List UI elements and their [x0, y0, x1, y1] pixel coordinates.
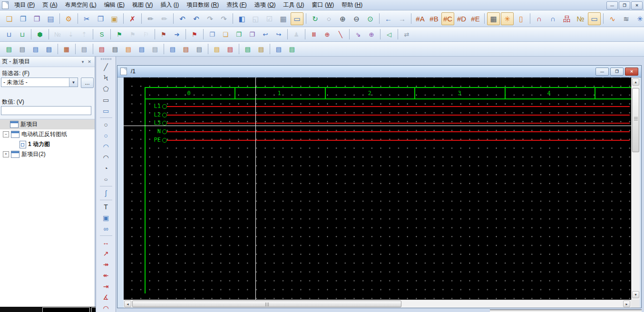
- tool-polyline-button[interactable]: Ϟ: [98, 73, 114, 83]
- tool-line-button[interactable]: ╱: [98, 62, 114, 72]
- zoom-100-button[interactable]: ⊙: [364, 12, 377, 25]
- menu-item-O[interactable]: 选项 (O): [251, 0, 280, 10]
- previous-page-button[interactable]: ↩: [259, 29, 272, 40]
- potential-lines-button[interactable]: Ⅲ: [308, 29, 320, 40]
- crosshair-vertical[interactable]: [255, 78, 256, 300]
- menu-item-U[interactable]: 工具 (U): [280, 0, 308, 10]
- docked-tab[interactable]: [91, 307, 96, 312]
- horizontal-scrollbar[interactable]: ◂ ▸: [124, 300, 631, 308]
- bookmark-flag-button[interactable]: ⚑: [157, 29, 170, 40]
- device-lock-button[interactable]: ▤: [29, 43, 42, 55]
- grid-d-button[interactable]: #D: [455, 12, 468, 25]
- parts-database-button[interactable]: ⊔: [16, 29, 29, 40]
- refresh-view-button[interactable]: ↻: [309, 12, 322, 25]
- value-input[interactable]: [1, 106, 91, 115]
- tool-text-button[interactable]: T: [98, 202, 114, 212]
- restore-button[interactable]: ❐: [610, 68, 624, 76]
- box-3d-navigator-button[interactable]: ▤: [273, 43, 285, 55]
- align-connections-button[interactable]: ⇄: [400, 29, 413, 40]
- menu-item-V[interactable]: 视图 (V): [128, 0, 156, 10]
- menu-item-I[interactable]: 插入 (I): [156, 0, 183, 10]
- tool-dim-aligned-button[interactable]: ↗: [98, 248, 114, 259]
- grid-e-button[interactable]: #E: [469, 12, 482, 25]
- object-snap-button[interactable]: ∩: [533, 12, 546, 25]
- undo-button[interactable]: ↶: [190, 12, 203, 25]
- redo-history-button[interactable]: ↷: [217, 12, 230, 25]
- scroll-up-icon[interactable]: ▴: [632, 78, 639, 86]
- tool-hyperlink-button[interactable]: ∞: [98, 224, 114, 234]
- toolbar-drag-handle[interactable]: [101, 58, 111, 60]
- paste-button[interactable]: ▣: [108, 12, 121, 25]
- vertical-scrollbar[interactable]: ▴ ▾: [631, 78, 640, 300]
- close-button[interactable]: ✕: [625, 68, 638, 76]
- menu-item-H[interactable]: 帮助 (H): [338, 0, 366, 10]
- tool-arc-3pt-button[interactable]: ◠: [98, 141, 114, 152]
- connection-point-button[interactable]: ⊕: [365, 29, 378, 40]
- menu-item-F[interactable]: 查找 (F): [223, 0, 251, 10]
- coordinate-input-button[interactable]: ▭: [588, 12, 601, 25]
- tree-expander-plus[interactable]: +: [3, 151, 9, 157]
- redo-button[interactable]: ↷: [204, 12, 216, 25]
- tree-item[interactable]: 新项目: [0, 119, 95, 129]
- horizontal-scroll-thumb[interactable]: [132, 301, 401, 307]
- parts-list-navigator-button[interactable]: ▤: [193, 43, 205, 55]
- tool-circle-button[interactable]: ○: [98, 119, 114, 130]
- synchronize-project-button[interactable]: S: [96, 29, 108, 40]
- settings-wrench-button[interactable]: ⚙: [62, 12, 75, 25]
- signal-flow-button[interactable]: ◁: [383, 29, 395, 40]
- tool-image-button[interactable]: ▣: [98, 213, 114, 223]
- window-arrange-button[interactable]: ◧: [235, 12, 248, 25]
- device-plug-button[interactable]: ▤: [43, 43, 55, 55]
- potential-break-button[interactable]: ╲: [334, 29, 347, 40]
- go-back-button[interactable]: ←: [382, 12, 395, 25]
- menu-item-R[interactable]: 项目数据 (R): [183, 0, 223, 10]
- drawing-area[interactable]: 01234L1L2L3NPE: [124, 78, 631, 300]
- page-template-button[interactable]: ❐: [233, 29, 245, 40]
- grid-b-button[interactable]: #B: [428, 12, 440, 25]
- new-page-button[interactable]: ❏: [219, 29, 232, 40]
- connection-arrow-button[interactable]: ⇘: [352, 29, 364, 40]
- device-list-button[interactable]: ▤: [16, 43, 29, 55]
- docked-tab[interactable]: [42, 307, 90, 312]
- new-page-button[interactable]: ❏: [3, 12, 16, 25]
- tree-item[interactable]: +新项目(2): [0, 149, 95, 159]
- tree-item[interactable]: −电动机正反转图纸: [0, 129, 95, 139]
- device-navigator-button[interactable]: ▤: [3, 43, 15, 55]
- minimize-button[interactable]: —: [595, 68, 609, 76]
- delete-selection-button[interactable]: ✗: [126, 12, 139, 25]
- filter-browse-button[interactable]: ...: [81, 78, 94, 88]
- transfer-navigator-button[interactable]: ▤: [149, 43, 161, 55]
- copy-button[interactable]: ❐: [94, 12, 107, 25]
- tool-dim-baseline-button[interactable]: ↞: [98, 270, 114, 281]
- design-frame-button[interactable]: ▯: [515, 12, 527, 25]
- completion-flag-button[interactable]: ⚑: [113, 29, 126, 40]
- tool-dim-linear-button[interactable]: ↔: [98, 237, 114, 248]
- tool-dim-chain-button[interactable]: ↠: [98, 259, 114, 270]
- cut-button[interactable]: ✂: [80, 12, 93, 25]
- menu-item-A[interactable]: 页 (A): [39, 0, 61, 10]
- filter-select[interactable]: - 未激活 - ▼: [1, 78, 78, 87]
- close-button[interactable]: ✕: [631, 1, 643, 10]
- grid-a-button[interactable]: #A: [414, 12, 427, 25]
- zoom-in-button[interactable]: ⊕: [336, 12, 349, 25]
- message-navigator-button[interactable]: ▤: [211, 43, 223, 55]
- remove-flag-button[interactable]: ⚑: [188, 29, 201, 40]
- drawing-window-titlebar[interactable]: /1 —❐✕: [117, 66, 641, 78]
- fluid-navigator-button[interactable]: ▤: [136, 43, 148, 55]
- print-button[interactable]: ▤: [44, 12, 57, 25]
- tree-expander-minus[interactable]: −: [3, 131, 9, 137]
- selection-navigator-button[interactable]: ▤: [224, 43, 236, 55]
- tool-polygon-button[interactable]: ⬠: [98, 84, 114, 94]
- panel-close-icon[interactable]: ✕: [86, 58, 93, 65]
- grid-display-button[interactable]: ▦: [487, 12, 500, 25]
- go-forward-button[interactable]: →: [396, 12, 409, 25]
- parts-selection-button[interactable]: ⊔: [3, 29, 15, 40]
- graphical-snap-button[interactable]: ∩: [546, 12, 559, 25]
- scroll-right-icon[interactable]: ▸: [623, 301, 630, 307]
- tool-dim-angle-button[interactable]: ∡: [98, 292, 114, 302]
- copy-pages-button[interactable]: ❐: [206, 29, 218, 40]
- tool-spline-button[interactable]: ʃ: [98, 188, 114, 198]
- panel-navigator-button[interactable]: ▤: [180, 43, 192, 55]
- grid-table-button[interactable]: ▦: [277, 12, 290, 25]
- format-painter-multi-button[interactable]: ✏: [144, 12, 157, 25]
